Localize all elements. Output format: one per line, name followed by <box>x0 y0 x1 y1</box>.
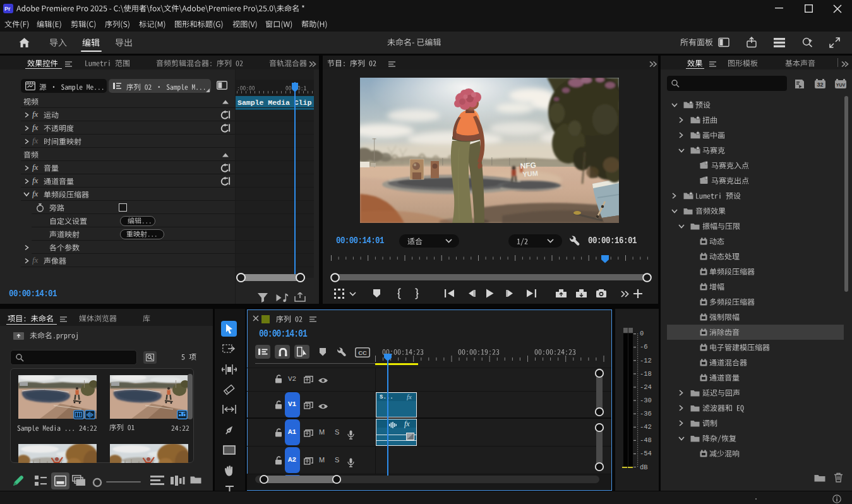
svg-text:CC: CC <box>358 349 367 356</box>
svg-text:YUV: YUV <box>836 83 846 87</box>
svg-text:32: 32 <box>817 81 823 88</box>
